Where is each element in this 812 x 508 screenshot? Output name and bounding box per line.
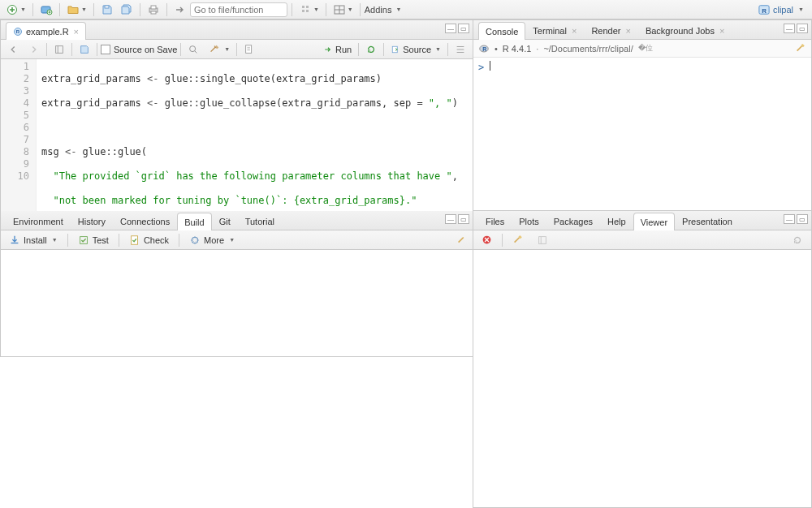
tab-plots[interactable]: Plots [512,212,546,230]
main-toolbar: ▼ ▼ ▼ ▼ Addins ▼ R clipal ▼ [0,0,812,19]
viewer-toolbar [473,230,811,250]
maximize-pane-button[interactable]: ▭ [458,24,469,33]
tab-build[interactable]: Build [177,213,211,230]
svg-rect-19 [392,46,397,53]
tab-tutorial[interactable]: Tutorial [238,212,282,230]
more-button[interactable]: More▼ [186,233,238,248]
tab-git[interactable]: Git [212,212,238,230]
editor-tab-example[interactable]: R example.R × [6,22,86,40]
run-button[interactable]: Run [320,43,355,56]
remove-viewer-button[interactable] [478,233,495,247]
print-button[interactable] [145,2,162,17]
env-tabstrip: Environment History Connections Build Gi… [1,211,473,230]
chevron-down-icon: ▼ [348,6,353,12]
clear-build-button[interactable] [456,235,468,246]
test-button[interactable]: Test [75,233,112,248]
project-menu[interactable]: R clipal ▼ [758,4,809,15]
close-icon[interactable]: × [625,26,630,36]
check-button[interactable]: Check [126,233,172,248]
working-dir[interactable]: ~/Documents/rrr/clipal/ [543,44,633,54]
build-pane: Environment History Connections Build Gi… [0,211,473,357]
addins-menu[interactable]: Addins ▼ [365,5,402,15]
find-button[interactable] [184,42,202,57]
svg-rect-7 [302,6,304,8]
goto-icon[interactable] [171,2,188,17]
chevron-down-icon: ▼ [798,6,804,12]
chevron-down-icon: ▼ [81,6,87,12]
close-icon[interactable]: × [572,26,577,36]
chevron-down-icon: ▼ [395,6,401,12]
session-menu-icon[interactable]: �位 [638,43,653,54]
svg-rect-24 [132,235,138,244]
back-button[interactable] [4,42,22,57]
outline-button[interactable] [451,42,469,57]
grid-tool-button[interactable]: ▼ [296,2,322,17]
source-on-save-checkbox[interactable] [101,45,110,54]
tab-terminal[interactable]: Terminal× [525,21,584,39]
tab-viewer[interactable]: Viewer [633,213,675,230]
svg-rect-6 [151,11,156,14]
save-file-button[interactable] [76,42,93,57]
clear-console-button[interactable] [795,43,806,54]
console-pane: Console Terminal× Render× Background Job… [473,19,812,211]
tab-environment[interactable]: Environment [6,212,71,230]
svg-text:R: R [762,6,767,14]
maximize-pane-button[interactable]: ▭ [458,214,469,224]
show-in-new-window-button[interactable] [50,42,68,57]
new-file-button[interactable]: ▼ [3,2,28,17]
tab-packages[interactable]: Packages [546,212,600,230]
maximize-pane-button[interactable]: ▭ [797,24,808,33]
editor-tabstrip: R example.R × — ▭ [1,20,473,40]
minimize-pane-button[interactable]: — [784,24,795,33]
tab-console[interactable]: Console [478,22,525,40]
r-logo-icon: R [478,43,490,54]
console-prompt: > [478,62,484,73]
open-file-button[interactable]: ▼ [64,2,89,17]
goto-file-input[interactable] [190,2,287,17]
editor-tab-label: example.R [26,27,69,37]
new-project-button[interactable] [37,2,55,17]
tab-presentation[interactable]: Presentation [675,212,740,230]
tab-connections[interactable]: Connections [113,212,177,230]
minimize-pane-button[interactable]: — [445,24,456,33]
run-label: Run [335,45,352,54]
pane-layout-button[interactable]: ▼ [330,2,356,17]
tab-history[interactable]: History [71,212,113,230]
viewer-tabstrip: Files Plots Packages Help Viewer Present… [473,211,811,230]
svg-point-17 [190,45,196,51]
build-output [1,250,473,356]
clear-viewer-button[interactable] [509,233,527,248]
install-button[interactable]: Install▼ [6,233,61,248]
r-version: R 4.4.1 [503,44,531,54]
tab-background-jobs[interactable]: Background Jobs× [638,21,732,39]
svg-rect-28 [539,236,546,243]
close-icon[interactable]: × [74,27,79,37]
minimize-pane-button[interactable]: — [445,214,456,224]
compile-report-button[interactable] [240,42,258,57]
maximize-pane-button[interactable]: ▭ [797,214,808,224]
build-toolbar: Install▼ Test Check More▼ [1,230,473,250]
refresh-viewer-button[interactable] [788,233,806,248]
svg-rect-10 [306,10,309,12]
source-on-save-label: Source on Save [114,45,177,54]
forward-button[interactable] [25,42,43,57]
code-tools-button[interactable]: ▼ [205,42,233,57]
tab-help[interactable]: Help [600,212,633,230]
svg-text:R: R [16,29,20,34]
source-label: Source [403,45,431,54]
svg-rect-3 [105,6,109,8]
save-all-button[interactable] [118,2,136,17]
minimize-pane-button[interactable]: — [784,214,795,224]
console-info-bar: R • R 4.4.1 · ~/Documents/rrr/clipal/ �位 [473,40,811,58]
tab-files[interactable]: Files [478,212,512,230]
console-body[interactable]: > [473,58,811,210]
source-button[interactable]: Source ▼ [387,43,444,56]
open-in-browser-button[interactable] [533,233,551,248]
viewer-pane: Files Plots Packages Help Viewer Present… [473,211,812,508]
close-icon[interactable]: × [719,26,724,36]
editor-toolbar: Source on Save ▼ Run Source ▼ [1,40,473,59]
tab-render[interactable]: Render× [584,21,638,39]
svg-rect-5 [151,6,156,9]
save-button[interactable] [98,2,116,17]
rerun-button[interactable] [362,42,380,57]
